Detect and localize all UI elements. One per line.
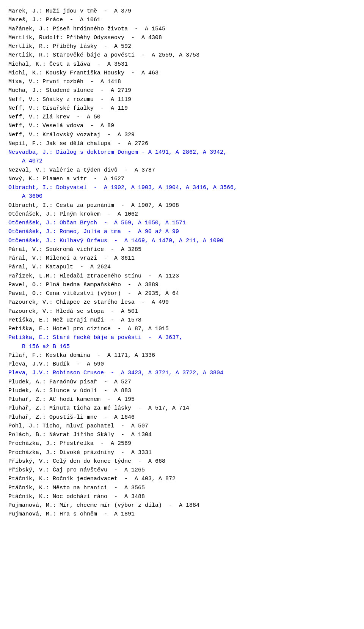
list-item: Michl, K.: Kousky Františka Housky - A 4… (8, 69, 356, 77)
list-item: Nový, K.: Plamen a vítr - A 1627 (8, 175, 356, 183)
list-item: Procházka, J.: Divoké prázdniny - A 3331 (8, 448, 356, 457)
list-item: Páral, V.: Milenci a vrazi - A 3611 (8, 254, 356, 263)
list-item: Pluhař, Z.: Opustíš-li mne - A 1646 (8, 413, 356, 422)
list-item: Pujmanová, M.: Mír, chceme mír (výbor z … (8, 501, 356, 510)
list-item: Otčenášek, J.: Plným krokem - A 1062 (8, 210, 356, 219)
list-item: Neff, V.: Veselá vdova - A 89 (8, 121, 356, 130)
list-item: Mertlík, Rudolf: Příběhy Odysseovy - A 4… (8, 33, 356, 42)
list-item: Neff, V.: Královský vozataj - A 329 (8, 131, 356, 139)
list-item: Pujmanová, M.: Hra s ohněm - A 1891 (8, 510, 356, 519)
list-item: Mařánek, J.: Píseň hrdinného života - A … (8, 25, 356, 33)
list-item: Nesvadba, J.: Dialog s doktorem Dongem -… (8, 148, 356, 166)
list-item: Ptáčník, K.: Město na hranici - A 3565 (8, 484, 356, 492)
list-item: Olbracht, I.: Cesta za poznáním - A 1907… (8, 201, 356, 210)
list-item: Ptáčník, K.: Ročník jedenadvacet - A 403… (8, 475, 356, 483)
list-item: Ptáčník, K.: Noc odchází ráno - A 3488 (8, 492, 356, 501)
list-item: Neff, V.: Sňatky z rozumu - A 1119 (8, 95, 356, 104)
list-item: Páral, V.: Soukromá vichřice - A 3285 (8, 245, 356, 254)
list-item: Otčenášek, J.: Kulhavý Orfeus - A 1469, … (8, 236, 356, 245)
list-item: Pohl, J.: Ticho, mluví pachatel - A 507 (8, 422, 356, 430)
list-item: Mertlík, R.: Starověké báje a pověsti - … (8, 51, 356, 60)
list-item: Páral, V.: Katapult - A 2624 (8, 263, 356, 271)
list-item: Pavel, O.: Plná bedna šampaňského - A 38… (8, 281, 356, 289)
list-item: Pazourek, V.: Hledá se stopa - A 501 (8, 307, 356, 316)
list-item: Mertlík, R.: Příběhy lásky - A 592 (8, 42, 356, 51)
list-item: Mucha, J.: Studené slunce - A 2719 (8, 86, 356, 95)
list-item: Procházka, J.: Přestřelka - A 2569 (8, 439, 356, 448)
list-item: Olbracht, I.: Dobyvatel - A 1902, A 1903… (8, 183, 356, 201)
entry-list: Marek, J.: Muži jdou v tmě - A 379Mareš,… (8, 7, 356, 519)
list-item: Pařízek, L.M.: Hledači ztraceného stínu … (8, 272, 356, 281)
list-item: Pilař, F.: Kostka domina - A 1171, A 133… (8, 351, 356, 360)
list-item: Pluhař, Z.: Minuta ticha za mé lásky - A… (8, 404, 356, 413)
list-item: Mixa, V.: První rozběh - A 1418 (8, 77, 356, 86)
list-item: Pazourek, V.: Chlapec ze starého lesa - … (8, 298, 356, 307)
list-item: Pavel, O.: Cena vítězství (výbor) - A 29… (8, 289, 356, 298)
list-item: Přibský, V.: Čaj pro návštěvu - A 1265 (8, 466, 356, 475)
list-item: Petiška, E.: Hotel pro cizince - A 87, A… (8, 325, 356, 333)
list-item: Otčenášek, J.: Romeo, Julie a tma - A 90… (8, 227, 356, 236)
list-item: Petiška, E.: Než uzrají muži - A 1578 (8, 316, 356, 325)
list-item: Michal, K.: Čest a sláva - A 3531 (8, 60, 356, 69)
list-item: Pleva, J.V.: Budík - A 590 (8, 360, 356, 369)
list-item: Polách, B.: Návrat Jiřího Skály - A 1304 (8, 430, 356, 439)
list-item: Pleva, J.V.: Robinson Crusoe - A 3423, A… (8, 369, 356, 377)
list-item: Nepil, F.: Jak se dělá chalupa - A 2726 (8, 139, 356, 148)
list-item: Pludek, A.: Faraónův písař - A 527 (8, 378, 356, 386)
list-item: Petiška, E.: Staré řecké báje a pověsti … (8, 333, 356, 351)
list-item: Otčenášek, J.: Občan Brych - A 569, A 10… (8, 219, 356, 227)
list-item: Neff, V.: Zlá krev - A 50 (8, 113, 356, 121)
list-item: Mareš, J.: Práce - A 1061 (8, 16, 356, 24)
list-item: Marek, J.: Muži jdou v tmě - A 379 (8, 7, 356, 16)
list-item: Pludek, A.: Slunce v údolí - A 883 (8, 386, 356, 395)
list-item: Přibský, V.: Celý den do konce týdne - A… (8, 457, 356, 466)
list-item: Neff, V.: Císařské fialky - A 119 (8, 104, 356, 113)
list-item: Pluhař, Z.: Ať hodí kamenem - A 195 (8, 395, 356, 404)
list-item: Nezval, V.: Valérie a týden divů - A 378… (8, 166, 356, 175)
